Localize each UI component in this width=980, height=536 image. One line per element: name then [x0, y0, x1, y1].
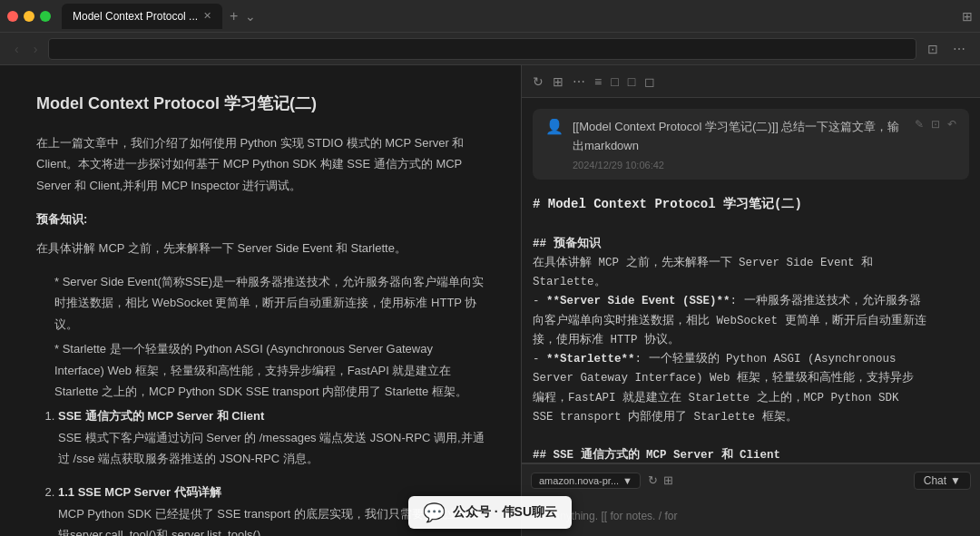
- refresh-model-icon[interactable]: ↻: [648, 473, 658, 487]
- user-message-text: [[Model Context Protocol 学习笔记(二)]] 总结一下这…: [573, 118, 906, 156]
- section1-p: 在具体讲解 MCP 之前，先来解释一下 Server Side Event 和 …: [36, 238, 485, 258]
- window-icon[interactable]: □: [611, 74, 618, 89]
- chat-input-bar: [522, 496, 980, 536]
- article-p1: 在上一篇文章中，我们介绍了如何使用 Python 实现 STDIO 模式的 MC…: [36, 132, 485, 196]
- more-options-icon[interactable]: ⋯: [949, 40, 969, 58]
- chat-panel: ↻ ⊞ ⋯ ≡ □ □ ◻ 👤 [[Model Context Protocol…: [522, 65, 980, 536]
- chat-mode-label: Chat: [924, 474, 946, 487]
- copy-model-icon[interactable]: ⊞: [663, 473, 673, 487]
- chat-mode-button[interactable]: Chat ▼: [914, 472, 971, 490]
- user-message: 👤 [[Model Context Protocol 学习笔记(二)]] 总结一…: [533, 109, 969, 180]
- grid-icon[interactable]: ⊞: [962, 9, 973, 24]
- back-button[interactable]: ‹: [11, 40, 23, 58]
- minimize-button[interactable]: [24, 11, 34, 22]
- list-item: SSE 通信方式的 MCP Server 和 Client SSE 模式下客户端…: [58, 405, 485, 469]
- article-body: 在上一篇文章中，我们介绍了如何使用 Python 实现 STDIO 模式的 MC…: [36, 132, 485, 536]
- menu-icon[interactable]: ≡: [594, 74, 602, 89]
- chat-model-bar: amazon.nova-pr... ▼ ↻ ⊞ Chat ▼: [522, 463, 980, 496]
- ol-item2-text: MCP Python SDK 已经提供了 SSE transport 的底层实现…: [58, 503, 485, 536]
- model-icons: ↻ ⊞: [648, 473, 673, 487]
- message-actions: ✎ ⊡ ↶: [915, 118, 956, 131]
- tab-close-icon[interactable]: ✕: [203, 10, 211, 22]
- more-icon[interactable]: ⋯: [573, 74, 585, 89]
- add-tab-button[interactable]: +: [226, 8, 241, 24]
- ai-response-content: # Model Context Protocol 学习笔记(二) ## 预备知识…: [533, 190, 969, 463]
- section1-title: 预备知识:: [36, 209, 485, 229]
- chat-input[interactable]: [533, 510, 969, 522]
- address-bar[interactable]: [48, 38, 916, 60]
- copy-icon[interactable]: □: [628, 74, 635, 89]
- nav-bar: ‹ › ⊡ ⋯: [0, 33, 980, 65]
- grid-view-icon[interactable]: ⊞: [553, 74, 564, 89]
- traffic-lights: [7, 11, 51, 22]
- copy-message-icon[interactable]: ⊡: [931, 118, 940, 131]
- maximize-button[interactable]: [40, 11, 51, 22]
- edit-icon[interactable]: ✎: [915, 118, 924, 131]
- title-bar: Model Context Protocol ... ✕ + ⌄ ⊞: [0, 0, 980, 33]
- model-selector[interactable]: amazon.nova-pr... ▼: [531, 473, 641, 489]
- ol-item1-title: SSE 通信方式的 MCP Server 和 Client: [58, 409, 264, 423]
- external-icon[interactable]: ◻: [644, 74, 655, 89]
- main-content: Model Context Protocol 学习笔记(二) 在上一篇文章中，我…: [0, 65, 980, 536]
- user-message-content: [[Model Context Protocol 学习笔记(二)]] 总结一下这…: [573, 118, 906, 171]
- chat-header-icons: ↻ ⊞ ⋯ ≡ □ □ ◻: [533, 74, 655, 89]
- ai-bold-1: **Server Side Event (SSE)**: [546, 295, 730, 307]
- ol-item1-text: SSE 模式下客户端通过访问 Server 的 /messages 端点发送 J…: [58, 427, 485, 470]
- ai-h2-2: ## SSE 通信方式的 MCP Server 和 Client: [533, 449, 780, 462]
- title-bar-right: ⊞: [962, 9, 973, 24]
- message-timestamp: 2024/12/29 10:06:42: [573, 160, 906, 171]
- bullet2: * Starlette 是一个轻量级的 Python ASGI (Asynchr…: [36, 338, 485, 402]
- article-ol: SSE 通信方式的 MCP Server 和 Client SSE 模式下客户端…: [36, 405, 485, 536]
- article-title: Model Context Protocol 学习笔记(二): [36, 93, 485, 114]
- tab-active[interactable]: Model Context Protocol ... ✕: [62, 4, 222, 29]
- article-panel: Model Context Protocol 学习笔记(二) 在上一篇文章中，我…: [0, 65, 522, 536]
- ai-response: # Model Context Protocol 学习笔记(二) ## 预备知识…: [533, 187, 969, 463]
- ai-h1: # Model Context Protocol 学习笔记(二): [533, 197, 802, 211]
- undo-icon[interactable]: ↶: [947, 118, 956, 131]
- chat-header: ↻ ⊞ ⋯ ≡ □ □ ◻: [522, 65, 980, 98]
- tab-title: Model Context Protocol ...: [73, 10, 198, 23]
- refresh-icon[interactable]: ↻: [533, 74, 544, 89]
- ai-h2-1: ## 预备知识: [533, 238, 601, 250]
- ol-item2-title: 1.1 SSE MCP Server 代码详解: [58, 485, 221, 499]
- ai-bold-2: **Starlette**: [546, 353, 635, 365]
- tab-area: Model Context Protocol ... ✕ + ⌄: [62, 4, 962, 29]
- chat-bottom: amazon.nova-pr... ▼ ↻ ⊞ Chat ▼: [522, 463, 980, 536]
- close-button[interactable]: [7, 11, 18, 22]
- model-name: amazon.nova-pr...: [539, 475, 619, 486]
- model-dropdown-icon: ▼: [622, 475, 632, 486]
- user-avatar-icon: 👤: [545, 118, 564, 136]
- reader-mode-icon[interactable]: ⊡: [924, 40, 942, 58]
- bullet1: * Server Side Event(简称SSE)是一种服务器推送技术，允许服…: [36, 271, 485, 335]
- tab-dropdown-icon[interactable]: ⌄: [245, 9, 256, 24]
- list-item: 1.1 SSE MCP Server 代码详解 MCP Python SDK 已…: [58, 482, 485, 536]
- chat-mode-dropdown-icon: ▼: [950, 474, 961, 487]
- chat-messages[interactable]: 👤 [[Model Context Protocol 学习笔记(二)]] 总结一…: [522, 98, 980, 463]
- forward-button[interactable]: ›: [30, 40, 42, 58]
